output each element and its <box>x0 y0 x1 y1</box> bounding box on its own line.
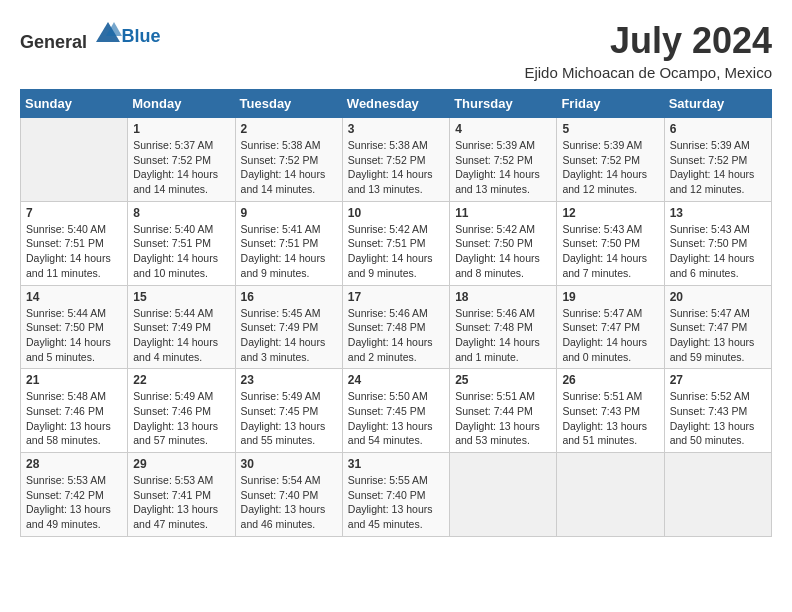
calendar-cell: 17Sunrise: 5:46 AM Sunset: 7:48 PM Dayli… <box>342 285 449 369</box>
calendar-cell: 9Sunrise: 5:41 AM Sunset: 7:51 PM Daylig… <box>235 201 342 285</box>
day-info: Sunrise: 5:44 AM Sunset: 7:49 PM Dayligh… <box>133 306 229 365</box>
day-number: 28 <box>26 457 122 471</box>
day-number: 8 <box>133 206 229 220</box>
calendar-cell: 26Sunrise: 5:51 AM Sunset: 7:43 PM Dayli… <box>557 369 664 453</box>
day-info: Sunrise: 5:44 AM Sunset: 7:50 PM Dayligh… <box>26 306 122 365</box>
calendar-cell: 2Sunrise: 5:38 AM Sunset: 7:52 PM Daylig… <box>235 118 342 202</box>
day-number: 25 <box>455 373 551 387</box>
day-info: Sunrise: 5:39 AM Sunset: 7:52 PM Dayligh… <box>562 138 658 197</box>
day-info: Sunrise: 5:42 AM Sunset: 7:51 PM Dayligh… <box>348 222 444 281</box>
day-number: 20 <box>670 290 766 304</box>
day-number: 12 <box>562 206 658 220</box>
day-info: Sunrise: 5:46 AM Sunset: 7:48 PM Dayligh… <box>455 306 551 365</box>
day-number: 10 <box>348 206 444 220</box>
calendar-cell: 4Sunrise: 5:39 AM Sunset: 7:52 PM Daylig… <box>450 118 557 202</box>
day-info: Sunrise: 5:41 AM Sunset: 7:51 PM Dayligh… <box>241 222 337 281</box>
calendar-cell <box>664 453 771 537</box>
day-info: Sunrise: 5:39 AM Sunset: 7:52 PM Dayligh… <box>670 138 766 197</box>
calendar-cell: 30Sunrise: 5:54 AM Sunset: 7:40 PM Dayli… <box>235 453 342 537</box>
day-number: 19 <box>562 290 658 304</box>
day-info: Sunrise: 5:47 AM Sunset: 7:47 PM Dayligh… <box>670 306 766 365</box>
weekday-header: Wednesday <box>342 90 449 118</box>
day-info: Sunrise: 5:49 AM Sunset: 7:45 PM Dayligh… <box>241 389 337 448</box>
title-block: July 2024 Ejido Michoacan de Ocampo, Mex… <box>524 20 772 81</box>
day-info: Sunrise: 5:48 AM Sunset: 7:46 PM Dayligh… <box>26 389 122 448</box>
calendar-week-row: 28Sunrise: 5:53 AM Sunset: 7:42 PM Dayli… <box>21 453 772 537</box>
logo-blue: Blue <box>122 26 161 47</box>
calendar-week-row: 7Sunrise: 5:40 AM Sunset: 7:51 PM Daylig… <box>21 201 772 285</box>
weekday-header: Sunday <box>21 90 128 118</box>
page-header: General Blue July 2024 Ejido Michoacan d… <box>20 20 772 81</box>
calendar-cell: 27Sunrise: 5:52 AM Sunset: 7:43 PM Dayli… <box>664 369 771 453</box>
calendar-cell: 20Sunrise: 5:47 AM Sunset: 7:47 PM Dayli… <box>664 285 771 369</box>
calendar-cell: 31Sunrise: 5:55 AM Sunset: 7:40 PM Dayli… <box>342 453 449 537</box>
day-info: Sunrise: 5:47 AM Sunset: 7:47 PM Dayligh… <box>562 306 658 365</box>
calendar-cell: 8Sunrise: 5:40 AM Sunset: 7:51 PM Daylig… <box>128 201 235 285</box>
day-number: 2 <box>241 122 337 136</box>
day-info: Sunrise: 5:40 AM Sunset: 7:51 PM Dayligh… <box>26 222 122 281</box>
day-info: Sunrise: 5:54 AM Sunset: 7:40 PM Dayligh… <box>241 473 337 532</box>
calendar-cell: 12Sunrise: 5:43 AM Sunset: 7:50 PM Dayli… <box>557 201 664 285</box>
day-info: Sunrise: 5:50 AM Sunset: 7:45 PM Dayligh… <box>348 389 444 448</box>
logo-icon <box>94 20 122 48</box>
day-number: 7 <box>26 206 122 220</box>
day-number: 24 <box>348 373 444 387</box>
day-number: 22 <box>133 373 229 387</box>
day-number: 23 <box>241 373 337 387</box>
day-info: Sunrise: 5:53 AM Sunset: 7:41 PM Dayligh… <box>133 473 229 532</box>
calendar-cell: 21Sunrise: 5:48 AM Sunset: 7:46 PM Dayli… <box>21 369 128 453</box>
day-info: Sunrise: 5:45 AM Sunset: 7:49 PM Dayligh… <box>241 306 337 365</box>
calendar-cell: 24Sunrise: 5:50 AM Sunset: 7:45 PM Dayli… <box>342 369 449 453</box>
logo-general: General <box>20 32 87 52</box>
day-number: 16 <box>241 290 337 304</box>
calendar-week-row: 14Sunrise: 5:44 AM Sunset: 7:50 PM Dayli… <box>21 285 772 369</box>
calendar-cell <box>450 453 557 537</box>
day-info: Sunrise: 5:37 AM Sunset: 7:52 PM Dayligh… <box>133 138 229 197</box>
calendar-cell: 18Sunrise: 5:46 AM Sunset: 7:48 PM Dayli… <box>450 285 557 369</box>
day-number: 29 <box>133 457 229 471</box>
calendar-cell: 5Sunrise: 5:39 AM Sunset: 7:52 PM Daylig… <box>557 118 664 202</box>
calendar-cell: 22Sunrise: 5:49 AM Sunset: 7:46 PM Dayli… <box>128 369 235 453</box>
day-number: 18 <box>455 290 551 304</box>
day-info: Sunrise: 5:52 AM Sunset: 7:43 PM Dayligh… <box>670 389 766 448</box>
weekday-header: Friday <box>557 90 664 118</box>
calendar-cell: 16Sunrise: 5:45 AM Sunset: 7:49 PM Dayli… <box>235 285 342 369</box>
calendar-week-row: 1Sunrise: 5:37 AM Sunset: 7:52 PM Daylig… <box>21 118 772 202</box>
calendar-cell: 6Sunrise: 5:39 AM Sunset: 7:52 PM Daylig… <box>664 118 771 202</box>
calendar-cell: 13Sunrise: 5:43 AM Sunset: 7:50 PM Dayli… <box>664 201 771 285</box>
month-title: July 2024 <box>524 20 772 62</box>
day-info: Sunrise: 5:51 AM Sunset: 7:44 PM Dayligh… <box>455 389 551 448</box>
calendar-table: SundayMondayTuesdayWednesdayThursdayFrid… <box>20 89 772 537</box>
day-number: 6 <box>670 122 766 136</box>
calendar-cell: 1Sunrise: 5:37 AM Sunset: 7:52 PM Daylig… <box>128 118 235 202</box>
day-number: 31 <box>348 457 444 471</box>
day-info: Sunrise: 5:43 AM Sunset: 7:50 PM Dayligh… <box>670 222 766 281</box>
day-number: 9 <box>241 206 337 220</box>
day-number: 21 <box>26 373 122 387</box>
day-info: Sunrise: 5:43 AM Sunset: 7:50 PM Dayligh… <box>562 222 658 281</box>
calendar-cell: 29Sunrise: 5:53 AM Sunset: 7:41 PM Dayli… <box>128 453 235 537</box>
calendar-cell <box>21 118 128 202</box>
calendar-cell: 23Sunrise: 5:49 AM Sunset: 7:45 PM Dayli… <box>235 369 342 453</box>
day-number: 26 <box>562 373 658 387</box>
day-info: Sunrise: 5:38 AM Sunset: 7:52 PM Dayligh… <box>241 138 337 197</box>
location-title: Ejido Michoacan de Ocampo, Mexico <box>524 64 772 81</box>
header-row: SundayMondayTuesdayWednesdayThursdayFrid… <box>21 90 772 118</box>
calendar-cell: 11Sunrise: 5:42 AM Sunset: 7:50 PM Dayli… <box>450 201 557 285</box>
day-info: Sunrise: 5:38 AM Sunset: 7:52 PM Dayligh… <box>348 138 444 197</box>
day-number: 13 <box>670 206 766 220</box>
calendar-cell: 15Sunrise: 5:44 AM Sunset: 7:49 PM Dayli… <box>128 285 235 369</box>
weekday-header: Saturday <box>664 90 771 118</box>
day-number: 11 <box>455 206 551 220</box>
day-info: Sunrise: 5:55 AM Sunset: 7:40 PM Dayligh… <box>348 473 444 532</box>
day-number: 15 <box>133 290 229 304</box>
day-number: 5 <box>562 122 658 136</box>
calendar-cell: 25Sunrise: 5:51 AM Sunset: 7:44 PM Dayli… <box>450 369 557 453</box>
calendar-cell: 3Sunrise: 5:38 AM Sunset: 7:52 PM Daylig… <box>342 118 449 202</box>
day-info: Sunrise: 5:51 AM Sunset: 7:43 PM Dayligh… <box>562 389 658 448</box>
day-number: 27 <box>670 373 766 387</box>
calendar-cell <box>557 453 664 537</box>
day-number: 1 <box>133 122 229 136</box>
day-number: 4 <box>455 122 551 136</box>
logo: General Blue <box>20 20 161 53</box>
